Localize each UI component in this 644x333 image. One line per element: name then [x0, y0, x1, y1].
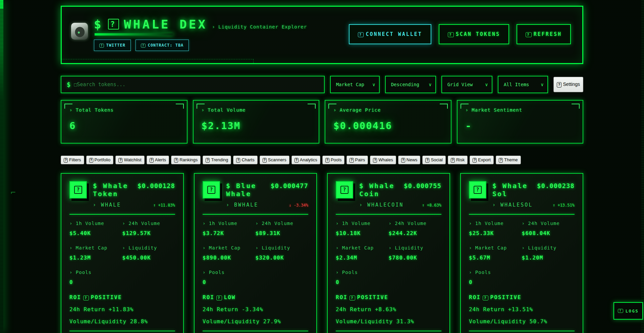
token-header-text: $ Whale Token $0.000128 › WHALE ↑ +11.83… — [93, 181, 175, 208]
stat-card-average-price: › Average Price $0.000416 — [325, 100, 451, 144]
settings-button[interactable]: ?Settings — [553, 77, 583, 92]
chip-label: Portfolio — [95, 157, 111, 162]
chip-label: News — [407, 157, 418, 162]
sort-by-select-wrap: Market Cap — [330, 76, 380, 93]
token-symbol: › WHALE — [93, 202, 121, 208]
twitter-button[interactable]: ?TWITTER — [94, 40, 131, 51]
stat-value: $608.04K — [522, 230, 575, 236]
keyboard-icon: ? — [618, 309, 623, 313]
items-filter-select[interactable]: All Items — [498, 76, 548, 93]
token-stats-grid: › 1h Volume$5.40K › 24h Volume$129.57K ›… — [69, 221, 175, 261]
chip-label: Analytics — [300, 157, 317, 162]
charts-icon: ? — [236, 158, 240, 163]
stat-label: › Liquidity — [522, 245, 575, 251]
pools-stat: › Pools 0 — [203, 270, 308, 285]
chip-label: Theme — [504, 157, 518, 162]
token-header-text: $ Whale Sol $0.000238 › WHALESOL ↑ +13.5… — [492, 181, 575, 208]
search-input[interactable] — [74, 81, 318, 88]
token-image-placeholder-icon: ? — [207, 186, 215, 194]
social-icon: ? — [425, 158, 429, 163]
chip-trending[interactable]: ?Trending — [203, 156, 231, 164]
divider — [336, 331, 441, 331]
chip-theme[interactable]: ?Theme — [496, 156, 521, 164]
stat-label: › 1h Volume — [69, 221, 122, 226]
token-card-bwhale: ? $ Blue Whale $0.000477 › BWHALE ↓ -3.3… — [194, 173, 317, 333]
rankings-icon: ? — [174, 158, 178, 163]
roi-value: POSITIVE — [91, 294, 122, 300]
view-mode-select[interactable]: Grid View — [441, 76, 492, 93]
chip-pools[interactable]: ?Pools — [322, 156, 345, 164]
stat-value: $3.72K — [203, 230, 256, 236]
chip-label: Export — [478, 157, 491, 162]
roi-line: ROI?LOW — [203, 294, 308, 300]
token-image-placeholder-icon: ? — [74, 186, 82, 194]
token-symbol: › WHALESOL — [492, 202, 533, 208]
token-image-placeholder-icon: ? — [340, 186, 348, 194]
contract-button[interactable]: ?CONTRACT: TBA — [136, 40, 189, 51]
chip-export[interactable]: ?Export — [470, 156, 494, 164]
stat-value: $244.22K — [389, 230, 442, 236]
divider — [336, 214, 441, 215]
return-line: 24h Return +11.83% — [69, 306, 175, 313]
token-stats-grid: › 1h Volume$3.72K › 24h Volume$89.31K › … — [203, 221, 308, 261]
return-line: 24h Return +8.63% — [336, 306, 441, 313]
stat-value: $25.33K — [469, 230, 522, 236]
chip-label: Filters — [69, 157, 81, 162]
roi-value: POSITIVE — [357, 294, 388, 300]
stat-label: › 1h Volume — [336, 221, 389, 226]
chip-filters[interactable]: ?Filters — [61, 156, 84, 164]
chip-charts[interactable]: ?Charts — [233, 156, 257, 164]
items-filter-select-wrap: All Items — [498, 76, 548, 93]
chip-analytics[interactable]: ?Analytics — [291, 156, 320, 164]
stat-value: 6 — [69, 120, 179, 131]
stat-label: › Liquidity — [256, 245, 309, 251]
chip-label: Social — [431, 157, 442, 162]
token-change: ↑ +11.83% — [153, 203, 175, 208]
chip-label: Risk — [456, 157, 465, 162]
chip-whales[interactable]: ?Whales — [370, 156, 396, 164]
sort-by-select[interactable]: Market Cap — [330, 76, 380, 93]
pairs-icon: ? — [350, 158, 354, 163]
sort-direction-select[interactable]: Descending — [385, 76, 436, 93]
search-box: $ — [61, 76, 325, 93]
token-card-whale: ? $ Whale Token $0.000128 › WHALE ↑ +11.… — [61, 173, 184, 333]
stat-value: 0 — [336, 279, 441, 285]
token-header-text: $ Blue Whale $0.000477 › BWHALE ↓ -3.34% — [226, 181, 308, 208]
chip-risk[interactable]: ?Risk — [448, 156, 468, 164]
stat-card-total-tokens: › Total Tokens 6 — [61, 100, 187, 144]
chip-label: Charts — [241, 157, 254, 162]
token-avatar: ? — [469, 181, 486, 199]
stat-value: $2.13M — [202, 120, 311, 131]
connect-wallet-button[interactable]: ?CONNECT WALLET — [349, 24, 431, 45]
token-stats-grid: › 1h Volume$25.33K › 24h Volume$608.04K … — [469, 221, 575, 261]
bird-icon: ? — [99, 44, 104, 48]
vol-liq-line: Volume/Liquidity 50.7% — [469, 318, 575, 325]
chip-label: Whales — [378, 157, 393, 162]
chip-news[interactable]: ?News — [398, 156, 421, 164]
chip-scanners[interactable]: ?Scanners — [260, 156, 289, 164]
scan-tokens-label: SCAN TOKENS — [456, 31, 500, 37]
chip-portfolio[interactable]: ?Portfolio — [86, 156, 114, 164]
stat-value: $890.00K — [203, 255, 256, 261]
stat-label: › 24h Volume — [522, 221, 575, 226]
chip-social[interactable]: ?Social — [422, 156, 446, 164]
app-subtitle: › Liquidity Container Explorer — [212, 24, 307, 30]
logs-button[interactable]: ?LOGS — [613, 302, 643, 320]
chip-watchlist[interactable]: ?Watchlist — [115, 156, 144, 164]
divider — [469, 331, 575, 331]
clipped-terminal-box — [61, 59, 254, 64]
pools-stat: › Pools 0 — [469, 270, 575, 285]
chip-alerts[interactable]: ?Alerts — [147, 156, 169, 164]
token-change: ↑ +8.63% — [422, 203, 441, 208]
scan-tokens-button[interactable]: ?SCAN TOKENS — [439, 24, 509, 45]
divider — [69, 331, 175, 331]
stat-value: $1.20M — [522, 255, 575, 261]
twitter-button-label: TWITTER — [106, 43, 125, 48]
refresh-button[interactable]: ?REFRESH — [517, 24, 571, 45]
roi-indicator-icon: ? — [350, 295, 355, 300]
token-change: ↑ +13.51% — [553, 203, 575, 208]
radar-icon: ? — [448, 32, 454, 38]
chip-pairs[interactable]: ?Pairs — [346, 156, 368, 164]
roi-label: ROI — [203, 294, 214, 300]
chip-rankings[interactable]: ?Rankings — [171, 156, 201, 164]
